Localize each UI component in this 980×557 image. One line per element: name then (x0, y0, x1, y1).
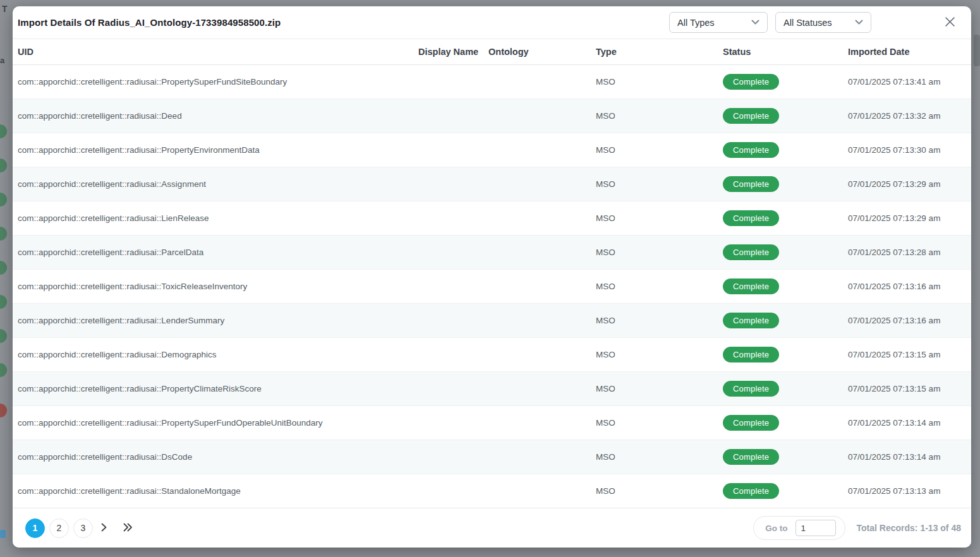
cell-type: MSO (591, 474, 718, 508)
cell-ontology (483, 99, 591, 133)
cell-uid: com::apporchid::cretelligent::radiusai::… (13, 474, 413, 508)
dialog-footer: 123 Go to Total Records: 1-13 of 48 (13, 508, 971, 548)
backdrop-badge-fragment (0, 404, 7, 417)
backdrop-badge-fragment (0, 227, 7, 241)
cell-status: Complete (718, 337, 843, 371)
page-button-1[interactable]: 1 (25, 518, 45, 538)
cell-status: Complete (718, 371, 843, 405)
last-page-button[interactable] (117, 518, 138, 538)
cell-imported-date: 07/01/2025 07:13:15 am (843, 371, 971, 405)
cell-ontology (483, 167, 591, 201)
cell-display-name (413, 371, 483, 405)
status-badge: Complete (723, 108, 779, 124)
cell-display-name (413, 133, 483, 167)
status-badge: Complete (723, 74, 779, 90)
backdrop-badge-fragment (0, 159, 7, 172)
cell-ontology (483, 474, 591, 508)
cell-ontology (483, 235, 591, 269)
cell-uid: com::apporchid::cretelligent::radiusai::… (13, 167, 413, 201)
column-header-status: Status (718, 39, 843, 64)
backdrop-badge-fragment (0, 193, 7, 207)
cell-status: Complete (718, 235, 843, 269)
cell-uid: com::apporchid::cretelligent::radiusai::… (13, 99, 413, 133)
cell-display-name (413, 201, 483, 235)
cell-ontology (483, 64, 591, 99)
cell-type: MSO (591, 99, 718, 133)
column-header-ontology: Ontology (483, 39, 591, 64)
cell-ontology (483, 269, 591, 303)
status-badge: Complete (723, 381, 779, 397)
cell-imported-date: 07/01/2025 07:13:29 am (843, 201, 971, 235)
cell-type: MSO (591, 269, 718, 303)
goto-page-input[interactable] (795, 520, 836, 536)
table-row: com::apporchid::cretelligent::radiusai::… (13, 235, 971, 269)
column-header-imported-date: Imported Date (843, 39, 971, 64)
type-filter-dropdown[interactable]: All Types (669, 12, 768, 33)
cell-uid: com::apporchid::cretelligent::radiusai::… (13, 337, 413, 371)
cell-type: MSO (591, 201, 718, 235)
cell-display-name (413, 99, 483, 133)
cell-status: Complete (718, 303, 843, 337)
page-button-3[interactable]: 3 (73, 518, 93, 538)
table-row: com::apporchid::cretelligent::radiusai::… (13, 337, 971, 371)
table-row: com::apporchid::cretelligent::radiusai::… (13, 405, 971, 440)
table-row: com::apporchid::cretelligent::radiusai::… (13, 133, 971, 167)
cell-imported-date: 07/01/2025 07:13:28 am (843, 235, 971, 269)
cell-status: Complete (718, 269, 843, 303)
cell-display-name (413, 64, 483, 99)
cell-type: MSO (591, 303, 718, 337)
status-badge: Complete (723, 278, 779, 294)
table-row: com::apporchid::cretelligent::radiusai::… (13, 440, 971, 474)
dialog-header: Import Details Of Radius_AI_Ontology-173… (13, 6, 971, 39)
backdrop-icon-fragment (0, 530, 6, 538)
import-details-dialog: Import Details Of Radius_AI_Ontology-173… (13, 6, 971, 548)
cell-type: MSO (591, 64, 718, 99)
cell-display-name (413, 405, 483, 440)
cell-type: MSO (591, 133, 718, 167)
cell-display-name (413, 303, 483, 337)
pagination: 123 (25, 518, 93, 538)
close-dialog-button[interactable] (942, 15, 957, 30)
cell-imported-date: 07/01/2025 07:13:29 am (843, 167, 971, 201)
cell-uid: com::apporchid::cretelligent::radiusai::… (13, 371, 413, 405)
cell-uid: com::apporchid::cretelligent::radiusai::… (13, 269, 413, 303)
cell-imported-date: 07/01/2025 07:13:14 am (843, 405, 971, 440)
backdrop-badge-fragment (0, 261, 7, 275)
table-row: com::apporchid::cretelligent::radiusai::… (13, 167, 971, 201)
table-row: com::apporchid::cretelligent::radiusai::… (13, 269, 971, 303)
cell-uid: com::apporchid::cretelligent::radiusai::… (13, 235, 413, 269)
cell-type: MSO (591, 405, 718, 440)
status-badge: Complete (723, 347, 779, 362)
cell-display-name (413, 474, 483, 508)
cell-ontology (483, 133, 591, 167)
next-page-button[interactable] (93, 518, 114, 538)
status-badge: Complete (723, 210, 779, 226)
cell-status: Complete (718, 167, 843, 201)
type-filter-value: All Types (677, 18, 715, 28)
cell-imported-date: 07/01/2025 07:13:16 am (843, 269, 971, 303)
cell-uid: com::apporchid::cretelligent::radiusai::… (13, 133, 413, 167)
backdrop-badge-fragment (0, 329, 7, 343)
column-header-uid: UID (13, 39, 413, 64)
cell-imported-date: 07/01/2025 07:13:15 am (843, 337, 971, 371)
cell-imported-date: 07/01/2025 07:13:13 am (843, 474, 971, 508)
status-badge: Complete (723, 449, 779, 465)
cell-type: MSO (591, 235, 718, 269)
cell-status: Complete (718, 99, 843, 133)
column-header-type: Type (591, 39, 718, 64)
status-badge: Complete (723, 313, 779, 328)
goto-page-control: Go to (753, 516, 845, 540)
page-button-2[interactable]: 2 (49, 518, 69, 538)
cell-imported-date: 07/01/2025 07:13:16 am (843, 303, 971, 337)
cell-type: MSO (591, 371, 718, 405)
table-row: com::apporchid::cretelligent::radiusai::… (13, 371, 971, 405)
cell-ontology (483, 337, 591, 371)
status-filter-dropdown[interactable]: All Statuses (775, 12, 871, 33)
backdrop-badge-fragment (0, 124, 7, 138)
cell-uid: com::apporchid::cretelligent::radiusai::… (13, 201, 413, 235)
cell-type: MSO (591, 440, 718, 474)
status-badge: Complete (723, 176, 779, 192)
table-row: com::apporchid::cretelligent::radiusai::… (13, 303, 971, 337)
backdrop-badge-fragment (0, 295, 7, 309)
total-records-text: Total Records: 1-13 of 48 (857, 523, 961, 533)
